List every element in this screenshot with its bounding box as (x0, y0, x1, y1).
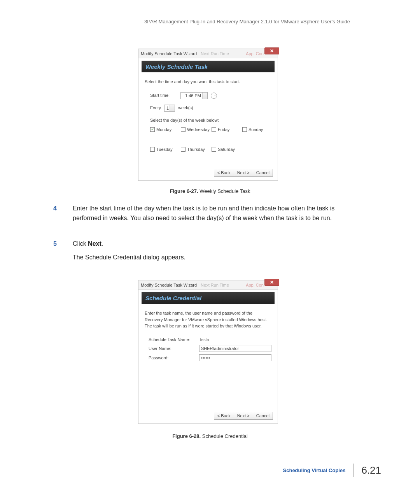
tab-next-run-time: Next Run Time (201, 283, 229, 287)
dialog-title: Modify Schedule Task Wizard (141, 51, 197, 56)
start-time-label: Start time: (150, 92, 177, 99)
step-number-5: 5 (53, 239, 57, 249)
checkbox-friday[interactable]: Friday (212, 126, 241, 133)
footer-section: Scheduling Virtual Copies (283, 467, 346, 473)
checkbox-wednesday[interactable]: Wednesday (181, 126, 210, 133)
checkbox-thursday[interactable]: Thursday (181, 146, 210, 153)
page-number: 6.21 (361, 464, 381, 476)
next-button[interactable]: Next > (234, 412, 253, 420)
task-name-value: testa (199, 336, 271, 343)
days-grid: ✓Monday Wednesday Friday Sunday Tuesday … (150, 126, 271, 152)
after-step-5: The Schedule Credential dialog appears. (64, 253, 352, 262)
back-button[interactable]: < Back (214, 169, 234, 177)
select-days-label: Select the day(s) of the week below: (150, 117, 271, 124)
tab-next-run-time: Next Run Time (201, 51, 229, 56)
schedule-credential-dialog: Modify Schedule Task Wizard Next Run Tim… (138, 280, 278, 424)
back-button[interactable]: < Back (214, 412, 234, 420)
dialog-titlebar: Modify Schedule Task Wizard Next Run Tim… (138, 49, 278, 58)
task-name-label: Schedule Task Name: (145, 336, 199, 343)
password-label: Password: (145, 355, 199, 361)
dialog-banner: Schedule Credential (142, 292, 275, 304)
checkbox-tuesday[interactable]: Tuesday (150, 146, 179, 153)
every-label: Every (150, 105, 161, 111)
tab-app-con: App. Con (246, 51, 264, 56)
close-icon[interactable]: ✕ (264, 280, 278, 286)
step-4-text: Enter the start time of the day when the… (64, 204, 352, 223)
step-4: 4 Enter the start time of the day when t… (64, 204, 352, 223)
weekly-schedule-dialog: Modify Schedule Task Wizard Next Run Tim… (138, 49, 278, 181)
figure-caption-2: Figure 6-28. Schedule Credential (0, 433, 420, 439)
tab-app-con: App. Con (246, 283, 264, 287)
page-header: 3PAR Management Plug-In and Recovery Man… (144, 19, 350, 24)
page-footer: Scheduling Virtual Copies 6.21 (283, 464, 381, 477)
next-button[interactable]: Next > (234, 169, 253, 177)
weeks-label: week(s) (178, 105, 193, 111)
dialog-banner: Weekly Schedule Task (142, 61, 275, 72)
figure-caption-1: Figure 6-27. Weekly Schedule Task (0, 188, 420, 194)
start-time-spinner[interactable]: 1:46 PM (180, 92, 208, 99)
checkbox-saturday[interactable]: Saturday (212, 146, 241, 153)
checkbox-monday[interactable]: ✓Monday (150, 126, 179, 133)
dialog-titlebar: Modify Schedule Task Wizard Next Run Tim… (138, 280, 278, 290)
next-bold: Next (88, 240, 102, 247)
step-number-4: 4 (53, 204, 57, 214)
username-input[interactable]: SHER\administrator (199, 345, 271, 352)
instruction-text: Select the time and day you want this ta… (145, 79, 271, 85)
instruction-text: Enter the task name, the user name and p… (145, 310, 271, 329)
password-input[interactable]: •••••• (199, 354, 271, 361)
checkbox-sunday[interactable]: Sunday (242, 126, 271, 133)
close-icon[interactable]: ✕ (264, 49, 278, 54)
dialog-title: Modify Schedule Task Wizard (141, 283, 197, 287)
cancel-button[interactable]: Cancel (253, 412, 273, 420)
weeks-spinner[interactable]: 1 (164, 105, 175, 112)
username-label: User Name: (145, 345, 199, 352)
step-5: 5 Click Next. (64, 239, 352, 249)
footer-divider (353, 464, 354, 477)
clock-icon[interactable] (211, 93, 217, 99)
cancel-button[interactable]: Cancel (253, 169, 273, 177)
